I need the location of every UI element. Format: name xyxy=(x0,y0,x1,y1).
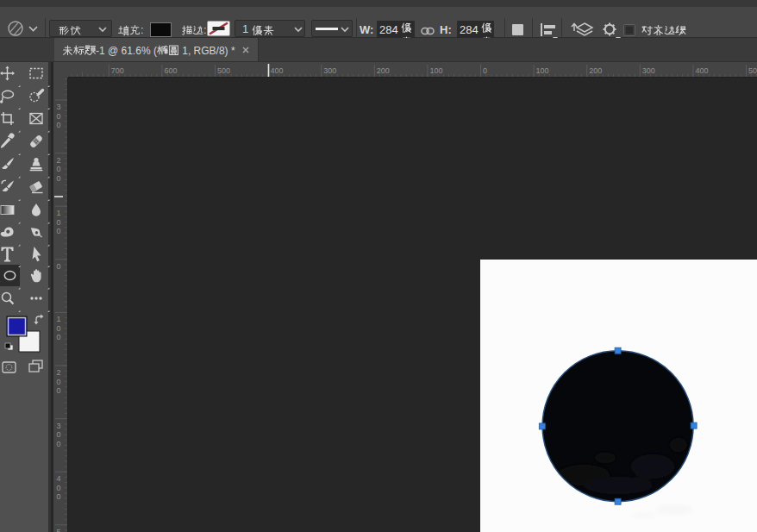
svg-text:0: 0 xyxy=(57,484,61,492)
svg-text:100: 100 xyxy=(429,66,442,75)
svg-text:3: 3 xyxy=(57,422,61,430)
svg-text:400: 400 xyxy=(271,66,284,75)
svg-text:0: 0 xyxy=(57,333,61,341)
svg-text:600: 600 xyxy=(164,66,177,75)
svg-text:700: 700 xyxy=(111,66,124,75)
svg-text:0: 0 xyxy=(57,492,61,501)
svg-text:200: 200 xyxy=(377,66,390,75)
svg-text:0: 0 xyxy=(483,66,487,75)
svg-text:1: 1 xyxy=(57,209,61,217)
svg-text:500: 500 xyxy=(217,66,230,75)
svg-text:0: 0 xyxy=(57,440,61,448)
svg-text:2: 2 xyxy=(57,156,61,165)
svg-text:300: 300 xyxy=(323,66,336,75)
svg-text:2: 2 xyxy=(57,368,61,377)
svg-text:200: 200 xyxy=(589,66,602,75)
svg-text:0: 0 xyxy=(57,430,61,439)
svg-text:1: 1 xyxy=(57,315,61,323)
svg-text:300: 300 xyxy=(642,66,655,75)
svg-text:5: 5 xyxy=(57,528,61,532)
svg-text:0: 0 xyxy=(57,218,61,227)
svg-text:100: 100 xyxy=(536,66,549,75)
svg-text:0: 0 xyxy=(57,165,61,173)
svg-text:0: 0 xyxy=(57,174,61,183)
svg-text:0: 0 xyxy=(57,121,61,129)
svg-text:0: 0 xyxy=(57,378,61,386)
svg-text:0: 0 xyxy=(57,227,61,235)
svg-text:0: 0 xyxy=(57,262,61,271)
svg-text:3: 3 xyxy=(57,103,61,111)
svg-text:500: 500 xyxy=(748,66,757,75)
svg-text:400: 400 xyxy=(695,66,708,75)
svg-text:0: 0 xyxy=(57,112,61,121)
svg-text:0: 0 xyxy=(57,386,61,395)
svg-text:0: 0 xyxy=(57,324,61,333)
svg-text:4: 4 xyxy=(57,474,61,483)
